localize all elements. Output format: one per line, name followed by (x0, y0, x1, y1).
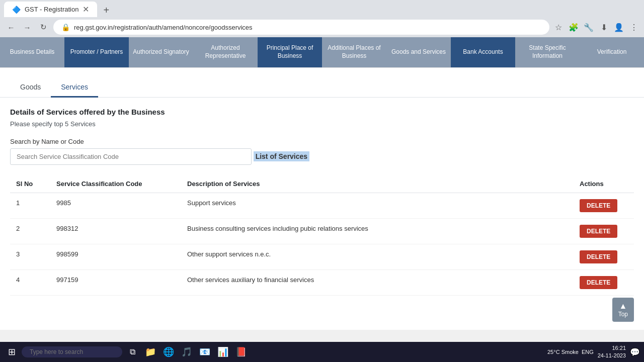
search-label: Search by Name or Code (10, 138, 634, 145)
delete-button[interactable]: DELETE (580, 199, 617, 212)
profile-button[interactable]: 👤 (613, 21, 625, 33)
cell-code: 9985 (50, 193, 181, 219)
extension-btn1[interactable]: 🧩 (568, 21, 580, 33)
tab-authorized-signatory[interactable]: Authorized Signatory (129, 37, 193, 67)
tab-business-details[interactable]: Business Details (0, 37, 64, 67)
download-button[interactable]: ⬇ (598, 21, 610, 33)
tab-principal-place[interactable]: Principal Place of Business (258, 37, 322, 67)
browser-tab: 🔷 GST - Registration ✕ (4, 2, 97, 17)
main-content: Details of Services offered by the Busin… (0, 98, 644, 306)
tab-label: Additional Places of Business (326, 44, 382, 60)
tab-label: Verification (597, 48, 627, 56)
tab-close-btn[interactable]: ✕ (83, 5, 89, 14)
search-input[interactable] (10, 148, 252, 165)
tab-label: Authorized Representative (197, 44, 254, 60)
table-row: 4 997159 Other services auxiliary to fin… (10, 270, 634, 296)
url-display: reg.gst.gov.in/registration/auth/amend/n… (74, 24, 541, 31)
col-header-sl: Sl No (10, 175, 50, 193)
cell-actions: DELETE (574, 270, 634, 296)
cell-description: Support services (181, 193, 574, 219)
tab-bank-accounts[interactable]: Bank Accounts (451, 37, 515, 67)
tab-verification[interactable]: Verification (580, 37, 644, 67)
table-row: 3 998599 Other support services n.e.c. D… (10, 244, 634, 270)
cell-code: 997159 (50, 270, 181, 296)
cell-description: Business consulting services including p… (181, 219, 574, 244)
services-table: Sl No Service Classification Code Descri… (10, 175, 634, 296)
tab-title: GST - Registration (25, 6, 78, 13)
col-header-code: Service Classification Code (50, 175, 181, 193)
new-tab-button[interactable]: + (99, 3, 113, 17)
tab-goods[interactable]: Goods (10, 78, 51, 98)
tab-state-specific[interactable]: State Specific Information (515, 37, 580, 67)
tab-label: Principal Place of Business (262, 44, 318, 60)
section-subtitle: Please specify top 5 Services (10, 120, 634, 128)
tab-additional-places[interactable]: Additional Places of Business (322, 37, 386, 67)
cell-sl: 1 (10, 193, 50, 219)
delete-button[interactable]: DELETE (580, 250, 617, 263)
top-button[interactable]: ▲ Top (612, 298, 634, 322)
menu-button[interactable]: ⋮ (628, 21, 640, 33)
section-title: Details of Services offered by the Busin… (10, 108, 634, 116)
tab-label: Promoter / Partners (70, 48, 123, 56)
tab-label: Business Details (10, 48, 55, 56)
inner-tabs-container: Goods Services (0, 68, 644, 98)
tab-authorized-representative[interactable]: Authorized Representative (193, 37, 258, 67)
extension-btn2[interactable]: 🔧 (583, 21, 595, 33)
tab-label: State Specific Information (519, 44, 576, 60)
tab-label: Goods and Services (391, 48, 446, 56)
cell-actions: DELETE (574, 193, 634, 219)
address-bar[interactable]: 🔒 reg.gst.gov.in/registration/auth/amend… (53, 20, 549, 35)
top-label: Top (618, 311, 628, 318)
tab-favicon: 🔷 (12, 6, 21, 14)
cell-description: Other services auxiliary to financial se… (181, 270, 574, 296)
col-header-desc: Description of Services (181, 175, 574, 193)
nav-tabs: Business Details Promoter / Partners Aut… (0, 37, 644, 68)
cell-sl: 3 (10, 244, 50, 270)
bookmark-button[interactable]: ☆ (552, 21, 565, 33)
tab-services[interactable]: Services (51, 78, 98, 98)
tab-label: Authorized Signatory (133, 48, 189, 56)
forward-button[interactable]: → (20, 20, 34, 34)
delete-button[interactable]: DELETE (580, 276, 617, 289)
tab-goods-services[interactable]: Goods and Services (386, 37, 451, 67)
tab-promoter-partners[interactable]: Promoter / Partners (64, 37, 129, 67)
cell-sl: 2 (10, 219, 50, 244)
table-row: 2 998312 Business consulting services in… (10, 219, 634, 244)
cell-description: Other support services n.e.c. (181, 244, 574, 270)
cell-code: 998599 (50, 244, 181, 270)
col-header-actions: Actions (574, 175, 634, 193)
delete-button[interactable]: DELETE (580, 225, 617, 238)
tab-label: Bank Accounts (463, 48, 503, 56)
cell-sl: 4 (10, 270, 50, 296)
list-title: List of Services (254, 151, 310, 161)
refresh-button[interactable]: ↻ (36, 20, 50, 34)
back-button[interactable]: ← (4, 20, 18, 34)
table-row: 1 9985 Support services DELETE (10, 193, 634, 219)
top-arrow-icon: ▲ (618, 302, 628, 311)
cell-code: 998312 (50, 219, 181, 244)
cell-actions: DELETE (574, 244, 634, 270)
cell-actions: DELETE (574, 219, 634, 244)
